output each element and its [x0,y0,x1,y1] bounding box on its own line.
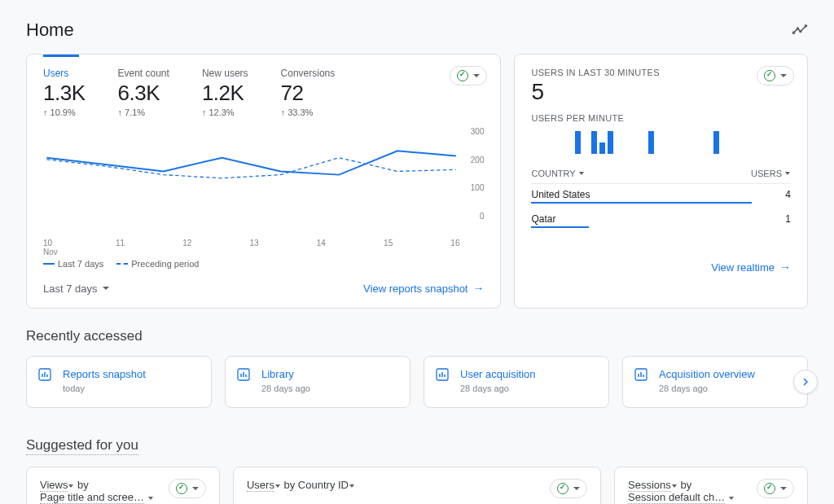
page-title: Home [26,20,74,41]
card-quality-button[interactable] [757,66,794,85]
chevron-down-icon [780,74,787,77]
chevron-down-icon [780,487,787,490]
users-column-header[interactable]: USERS [751,169,791,178]
metric-users[interactable]: Users 1.3K 10.9% [43,68,86,117]
users-trend-chart: 300 200 100 0 10Nov111213141516 [43,127,484,249]
suggested-card: Users by Country ID COUNTRYUSERS [233,467,601,504]
recent-card-title: Library [261,368,398,380]
recently-accessed-heading: Recently accessed [26,328,808,344]
chevron-down-icon [785,172,790,175]
realtime-country-row: Qatar1 [531,208,791,226]
analytics-icon [436,368,449,381]
recent-card-subtitle: today [63,383,200,393]
chevron-down-icon [573,487,580,490]
realtime-card: USERS IN LAST 30 MINUTES 5 USERS PER MIN… [514,54,808,309]
date-range-dropdown[interactable]: Last 7 days [43,283,109,295]
suggested-heading: Suggested for you [26,437,138,455]
analytics-icon [38,368,51,381]
recent-card-title: Reports snapshot [63,368,200,380]
suggested-card: Sessions bySession default ch… SESSION D… [614,467,808,504]
legend-current: Last 7 days [43,259,103,269]
svg-point-3 [805,24,807,26]
suggested-card: Views byPage title and scree… PAGE TITLE… [26,467,220,504]
insights-icon[interactable] [792,21,808,40]
suggested-card-title[interactable]: Users by Country ID [247,479,587,503]
arrow-right-icon: → [472,282,484,295]
recent-card[interactable]: Library 28 days ago [225,356,410,408]
recent-card[interactable]: User acquisition 28 days ago [424,356,609,408]
overview-card: Users 1.3K 10.9% Event count 6.3K 7.1% N… [26,54,501,309]
recent-card-subtitle: 28 days ago [460,383,597,393]
check-icon [764,70,775,81]
carousel-next-button[interactable] [793,370,818,394]
view-realtime-link[interactable]: View realtime → [711,261,791,274]
analytics-icon [237,368,250,381]
svg-point-0 [793,32,795,33]
realtime-country-row: United States4 [531,184,791,202]
check-icon [176,483,187,494]
check-icon [557,483,568,494]
card-quality-button[interactable] [169,479,206,498]
check-icon [764,483,775,494]
arrow-right-icon: → [779,261,791,274]
chevron-down-icon [192,487,199,490]
chevron-down-icon [103,287,109,290]
card-quality-button[interactable] [550,479,587,498]
recent-card-subtitle: 28 days ago [261,383,398,393]
metric-event-count[interactable]: Event count 6.3K 7.1% [118,68,169,117]
metric-conversions[interactable]: Conversions 72 33.3% [281,68,336,117]
realtime-subheading: USERS PER MINUTE [531,113,791,123]
users-per-minute-chart [531,125,791,154]
realtime-heading: USERS IN LAST 30 MINUTES [531,68,791,77]
view-reports-snapshot-link[interactable]: View reports snapshot → [363,282,484,295]
chevron-down-icon [579,172,584,175]
recent-card-title: User acquisition [460,368,597,380]
legend-preceding: Preceding period [116,259,199,269]
country-column-header[interactable]: COUNTRY [531,169,584,178]
analytics-icon [634,368,647,381]
card-quality-button[interactable] [757,479,794,498]
recent-card-title: Acquisition overview [659,368,796,380]
realtime-value: 5 [531,79,791,105]
svg-point-2 [800,30,801,32]
svg-point-1 [797,28,799,29]
recent-card[interactable]: Reports snapshot today [26,356,212,408]
recent-card[interactable]: Acquisition overview 28 days ago [622,356,808,408]
metric-new-users[interactable]: New users 1.2K 12.3% [202,68,248,117]
recent-card-subtitle: 28 days ago [659,383,796,393]
